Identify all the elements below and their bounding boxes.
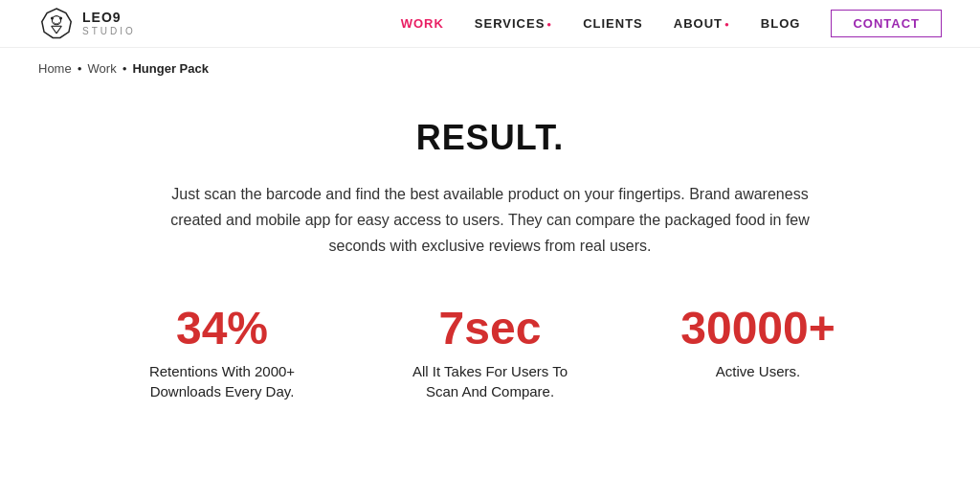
svg-line-3 <box>56 26 61 34</box>
section-title: RESULT. <box>98 118 882 158</box>
main-content: RESULT. Just scan the barcode and find t… <box>59 89 921 440</box>
stat-label-scan-time: All It Takes For Users ToScan And Compar… <box>412 361 568 401</box>
nav-clients[interactable]: CLIENTS <box>583 16 643 31</box>
stat-label-active-users: Active Users. <box>716 361 800 381</box>
nav-services[interactable]: SERVICES● <box>475 16 552 31</box>
contact-button[interactable]: CONTACT <box>831 10 942 37</box>
breadcrumb-home[interactable]: Home <box>38 61 72 76</box>
stat-scan-time: 7sec All It Takes For Users ToScan And C… <box>366 306 614 401</box>
breadcrumb-sep-2: ● <box>122 64 127 73</box>
svg-point-5 <box>51 16 54 19</box>
main-nav: WORK SERVICES● CLIENTS ABOUT● BLOG CONTA… <box>401 10 942 37</box>
stat-label-retentions: Retentions With 2000+Downloads Every Day… <box>149 361 295 401</box>
stats-row: 34% Retentions With 2000+Downloads Every… <box>98 306 882 401</box>
breadcrumb-current: Hunger Pack <box>132 61 208 76</box>
svg-point-1 <box>52 15 60 24</box>
stat-number-retentions: 34% <box>176 306 268 352</box>
svg-line-2 <box>52 26 56 34</box>
breadcrumb: Home ● Work ● Hunger Pack <box>0 48 980 89</box>
breadcrumb-work[interactable]: Work <box>88 61 117 76</box>
logo[interactable]: LEO9 STUDIO <box>38 6 136 42</box>
stat-number-scan-time: 7sec <box>439 306 542 352</box>
svg-point-6 <box>59 16 62 19</box>
logo-sub: STUDIO <box>82 26 136 36</box>
result-description: Just scan the barcode and find the best … <box>155 181 825 260</box>
about-dot: ● <box>724 20 730 29</box>
stat-retentions: 34% Retentions With 2000+Downloads Every… <box>98 306 346 401</box>
nav-work[interactable]: WORK <box>401 16 444 31</box>
nav-about[interactable]: ABOUT● <box>674 16 730 31</box>
logo-name: LEO9 <box>82 11 136 25</box>
breadcrumb-sep-1: ● <box>78 64 82 73</box>
site-header: LEO9 STUDIO WORK SERVICES● CLIENTS ABOUT… <box>0 0 980 48</box>
stat-number-active-users: 30000+ <box>680 306 835 352</box>
nav-blog[interactable]: BLOG <box>761 16 801 31</box>
logo-icon <box>38 6 75 42</box>
stat-active-users: 30000+ Active Users. <box>634 306 882 381</box>
services-dot: ● <box>546 20 552 29</box>
